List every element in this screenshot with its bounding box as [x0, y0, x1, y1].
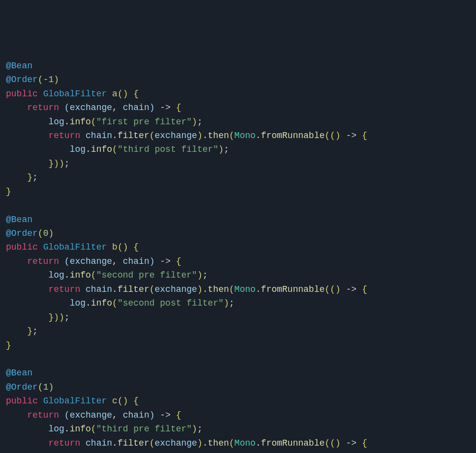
- chain-line-1: return chain.filter(exchange).then(Mono.…: [48, 131, 367, 141]
- method-decl-3: public GlobalFilter c() {: [6, 396, 139, 406]
- log-post-2: log.info("second post filter");: [70, 298, 235, 308]
- order-annotation-3: @Order(1): [6, 382, 54, 392]
- code-editor[interactable]: @Bean @Order(-1) public GlobalFilter a()…: [6, 59, 470, 453]
- bean-annotation-2: @Bean: [6, 215, 32, 225]
- chain-line-2: return chain.filter(exchange).then(Mono.…: [48, 284, 367, 294]
- close-lambda-2: };: [27, 326, 38, 336]
- chain-line-3: return chain.filter(exchange).then(Mono.…: [48, 438, 367, 448]
- return-line-3: return (exchange, chain) -> {: [27, 410, 181, 420]
- bean-annotation-1: @Bean: [6, 61, 32, 71]
- log-pre-3: log.info("third pre filter");: [48, 424, 202, 434]
- close-lambda-1: };: [27, 172, 38, 182]
- close-method-1: }: [6, 187, 11, 197]
- log-pre-1: log.info("first pre filter");: [48, 117, 202, 127]
- return-line-2: return (exchange, chain) -> {: [27, 256, 181, 266]
- log-pre-2: log.info("second pre filter");: [48, 270, 208, 280]
- method-decl-2: public GlobalFilter b() {: [6, 242, 139, 252]
- bean-annotation-3: @Bean: [6, 368, 32, 378]
- close-runnable-2: }));: [48, 312, 69, 322]
- log-post-1: log.info("third post filter");: [70, 144, 229, 154]
- order-annotation-2: @Order(0): [6, 228, 54, 238]
- return-line-1: return (exchange, chain) -> {: [27, 103, 181, 113]
- close-runnable-1: }));: [48, 159, 69, 169]
- close-method-2: }: [6, 340, 11, 350]
- order-annotation-1: @Order(-1): [6, 75, 59, 85]
- method-decl-1: public GlobalFilter a() {: [6, 89, 139, 99]
